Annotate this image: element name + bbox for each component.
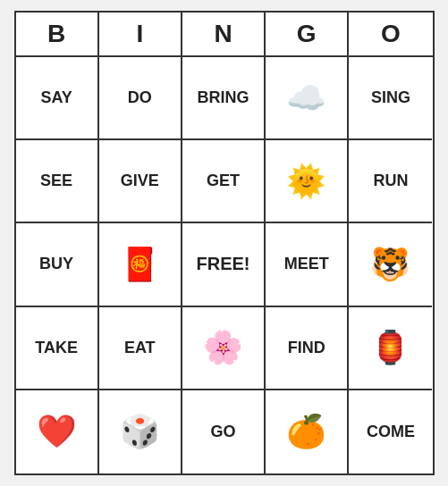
cell-r2-c1: 🧧 [99, 223, 182, 306]
cell-word: DO [128, 88, 152, 107]
cell-word: SEE [40, 172, 72, 190]
red-envelope-icon: 🧧 [120, 248, 160, 281]
bingo-header: BINGO [16, 13, 433, 57]
cell-word: SAY [40, 88, 72, 107]
cell-word: FIND [288, 339, 325, 357]
cell-r0-c3: ☁️ [266, 57, 349, 140]
cell-r4-c3: 🍊 [266, 390, 349, 473]
header-letter: N [182, 13, 266, 55]
cell-r4-c4: COME [349, 390, 432, 473]
cell-word: GET [207, 172, 240, 190]
cell-word: GIVE [121, 172, 159, 190]
cell-r3-c1: EAT [99, 307, 182, 390]
cell-word: EAT [124, 339, 156, 357]
cell-r3-c3: FIND [266, 307, 349, 390]
cell-r2-c4: 🐯 [349, 223, 432, 306]
cell-r3-c0: TAKE [16, 307, 99, 390]
cell-r2-c3: MEET [266, 223, 349, 306]
tiger-icon: 🐯 [370, 248, 410, 281]
cell-r4-c1: 🎲 [99, 390, 182, 473]
cell-r2-c2: FREE! [182, 223, 266, 306]
sun-icon: 🌞 [286, 165, 326, 197]
cell-word: MEET [284, 255, 329, 273]
dice-icon: 🎲 [120, 415, 160, 448]
header-letter: B [16, 13, 99, 55]
cell-word: BUY [39, 255, 73, 273]
orange-icon: 🍊 [286, 415, 326, 448]
cell-word: GO [210, 423, 235, 441]
cell-r0-c0: SAY [16, 57, 99, 140]
cell-word: TAKE [35, 339, 78, 357]
header-letter: O [349, 13, 432, 55]
flower-icon: 🌸 [203, 331, 243, 364]
cell-word: RUN [373, 172, 408, 190]
header-letter: I [99, 13, 182, 55]
lantern-icon: 🏮 [370, 331, 410, 364]
cell-word: COME [367, 423, 415, 441]
cell-r3-c4: 🏮 [349, 307, 432, 390]
cell-r2-c0: BUY [16, 223, 99, 306]
cell-r4-c0: ❤️ [16, 390, 99, 473]
bingo-grid: SAYDOBRING☁️SINGSEEGIVEGET🌞RUNBUY🧧FREE!M… [16, 57, 433, 473]
heart-icon: ❤️ [37, 415, 77, 448]
cell-word: SING [371, 88, 410, 107]
cell-r0-c1: DO [99, 57, 182, 140]
cell-r1-c3: 🌞 [266, 140, 349, 223]
cloud-icon: ☁️ [286, 82, 326, 114]
cell-r0-c4: SING [349, 57, 432, 140]
cell-r0-c2: BRING [182, 57, 266, 140]
cell-r3-c2: 🌸 [182, 307, 266, 390]
cell-r1-c4: RUN [349, 140, 432, 223]
cell-r1-c2: GET [182, 140, 266, 223]
cell-r1-c0: SEE [16, 140, 99, 223]
header-letter: G [266, 13, 349, 55]
bingo-card: BINGO SAYDOBRING☁️SINGSEEGIVEGET🌞RUNBUY🧧… [14, 11, 435, 475]
cell-r1-c1: GIVE [99, 140, 182, 223]
cell-word: BRING [197, 88, 249, 107]
cell-r4-c2: GO [182, 390, 266, 473]
